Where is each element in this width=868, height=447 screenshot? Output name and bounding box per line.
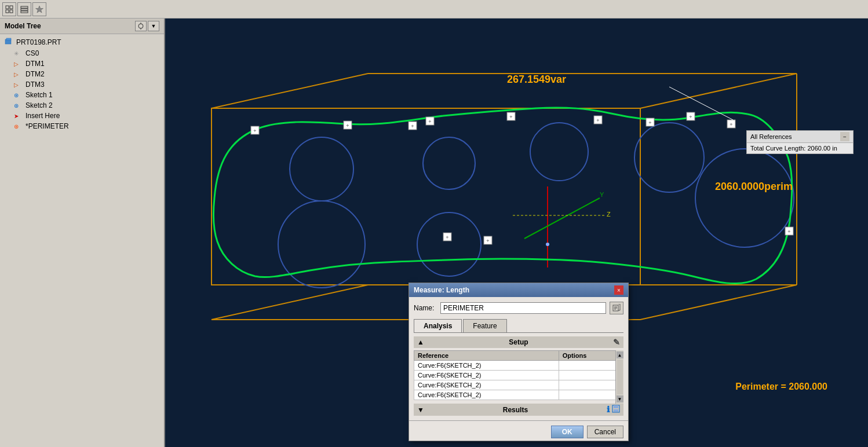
setup-label: Setup xyxy=(509,338,528,346)
table-row[interactable]: Curve:F6(SKETCH_2) xyxy=(414,390,623,400)
dialog-footer: OK Cancel xyxy=(409,420,628,441)
svg-text:+: + xyxy=(253,128,256,134)
tree-item-dtm3[interactable]: ▷ DTM3 xyxy=(0,79,164,90)
svg-text:+: + xyxy=(596,118,599,123)
perimeter-result: Perimeter = 2060.000 xyxy=(735,382,827,392)
sidebar-settings-button[interactable] xyxy=(135,21,147,31)
info-box-content: Total Curve Length: 2060.00 in xyxy=(747,143,853,153)
svg-text:+: + xyxy=(509,114,512,120)
tree-item-sketch2[interactable]: ⊛ Sketch 2 xyxy=(0,100,164,111)
svg-rect-6 xyxy=(21,11,28,13)
svg-text:+: + xyxy=(730,122,732,127)
dialog-titlebar: Measure: Length × xyxy=(409,283,628,297)
sidebar-controls: ▼ xyxy=(135,21,159,31)
results-icons: ℹ xyxy=(607,405,620,415)
options-cell xyxy=(559,371,623,380)
svg-rect-1 xyxy=(10,6,13,9)
dialog-close-button[interactable]: × xyxy=(614,285,623,295)
tree-item-part[interactable]: PRT0198.PRT xyxy=(0,36,164,48)
results-section-header[interactable]: ▼ Results ℹ xyxy=(414,404,623,416)
tree-item-dtm2[interactable]: ▷ DTM2 xyxy=(0,69,164,79)
tab-feature[interactable]: Feature xyxy=(463,319,506,332)
model-tree-title: Model Tree xyxy=(5,22,41,30)
tree-item-dtm1[interactable]: ▷ DTM1 xyxy=(0,58,164,69)
svg-text:Z: Z xyxy=(607,211,611,218)
star-button[interactable] xyxy=(32,2,46,16)
scroll-down-button[interactable]: ▼ xyxy=(617,395,623,402)
svg-text:Y: Y xyxy=(600,191,604,198)
table-scrollbar[interactable]: ▲ ▼ xyxy=(615,350,623,404)
sidebar: Model Tree ▼ PRT0198.PRT xyxy=(0,19,165,447)
sketch1-icon: ⊛ xyxy=(14,92,23,98)
top-toolbar xyxy=(0,0,868,19)
dtm1-label: DTM1 xyxy=(25,60,45,68)
dtm3-icon: ▷ xyxy=(14,82,23,88)
dtm3-label: DTM3 xyxy=(25,80,45,89)
svg-rect-12 xyxy=(6,38,11,40)
results-info-icon[interactable]: ℹ xyxy=(607,405,610,415)
reference-cell: Curve:F6(SKETCH_2) xyxy=(414,390,559,400)
tree-item-sketch1[interactable]: ⊛ Sketch 1 xyxy=(0,90,164,100)
tab-analysis[interactable]: Analysis xyxy=(414,319,462,332)
viewport[interactable]: Y Z + + + + + + xyxy=(165,19,868,447)
sidebar-menu-button[interactable]: ▼ xyxy=(148,21,159,31)
setup-edit-icon[interactable]: ✎ xyxy=(613,338,620,347)
annotation-var: 267.1549var xyxy=(507,74,566,86)
svg-rect-68 xyxy=(614,409,618,412)
results-save-icon[interactable] xyxy=(612,405,620,415)
table-row[interactable]: Curve:F6(SKETCH_2) xyxy=(414,371,623,380)
cs0-label: CS0 xyxy=(25,49,39,57)
table-row[interactable]: Curve:F6(SKETCH_2) xyxy=(414,361,623,371)
annotation-perim: 2060.0000perim xyxy=(715,181,793,193)
dialog-title: Measure: Length xyxy=(414,286,469,294)
insert-label: Insert Here xyxy=(25,112,60,120)
name-icon-button[interactable] xyxy=(610,302,623,314)
svg-text:+: + xyxy=(787,229,790,235)
ok-button[interactable]: OK xyxy=(551,426,583,438)
tree-item-insert[interactable]: ➤ Insert Here xyxy=(0,111,164,121)
sketch2-label: Sketch 2 xyxy=(25,101,53,109)
col-options: Options xyxy=(559,351,623,361)
table-row[interactable]: Curve:F6(SKETCH_2) xyxy=(414,380,623,390)
svg-rect-5 xyxy=(21,9,28,10)
info-box-close-button[interactable]: − xyxy=(840,132,849,141)
dialog-tabs: Analysis Feature xyxy=(414,319,623,333)
tree-item-cs0[interactable]: ✳ CS0 xyxy=(0,48,164,58)
main-layout: Model Tree ▼ PRT0198.PRT xyxy=(0,19,868,447)
scroll-up-button[interactable]: ▲ xyxy=(617,351,623,358)
svg-text:+: + xyxy=(648,120,651,126)
tree-item-perimeter[interactable]: ⊛ *PERIMETER xyxy=(0,121,164,131)
reference-cell: Curve:F6(SKETCH_2) xyxy=(414,380,559,390)
grid-button[interactable] xyxy=(2,2,16,16)
name-label: Name: xyxy=(414,304,437,312)
setup-collapse-icon: ▲ xyxy=(417,338,424,346)
svg-rect-0 xyxy=(6,6,9,9)
options-cell xyxy=(559,390,623,400)
perimeter-label: *PERIMETER xyxy=(25,122,69,130)
svg-text:+: + xyxy=(346,123,349,129)
svg-rect-67 xyxy=(614,405,618,408)
part-name: PRT0198.PRT xyxy=(16,38,61,46)
col-reference: Reference xyxy=(414,351,559,361)
model-tree: PRT0198.PRT ✳ CS0 ▷ DTM1 ▷ DTM2 ▷ DTM3 ⊛… xyxy=(0,34,164,447)
reference-cell: Curve:F6(SKETCH_2) xyxy=(414,361,559,371)
cs0-icon: ✳ xyxy=(14,50,23,57)
name-row: Name: xyxy=(414,302,623,314)
cancel-button[interactable]: Cancel xyxy=(587,426,623,438)
svg-point-8 xyxy=(138,24,143,28)
measure-dialog: Measure: Length × Name: xyxy=(409,283,629,441)
results-collapse-icon: ▼ xyxy=(417,406,424,414)
svg-text:+: + xyxy=(446,235,448,240)
dtm1-icon: ▷ xyxy=(14,61,23,67)
layers-button[interactable] xyxy=(17,2,31,16)
name-input[interactable] xyxy=(440,302,606,314)
svg-marker-7 xyxy=(36,6,43,13)
setup-section-header[interactable]: ▲ Setup ✎ xyxy=(414,336,623,348)
svg-text:+: + xyxy=(428,119,431,124)
svg-text:+: + xyxy=(689,114,692,120)
sidebar-header: Model Tree ▼ xyxy=(0,19,164,34)
dtm2-label: DTM2 xyxy=(25,70,45,78)
results-label: Results xyxy=(503,406,528,414)
info-box-header: All References − xyxy=(747,131,853,143)
insert-icon: ➤ xyxy=(14,113,23,119)
